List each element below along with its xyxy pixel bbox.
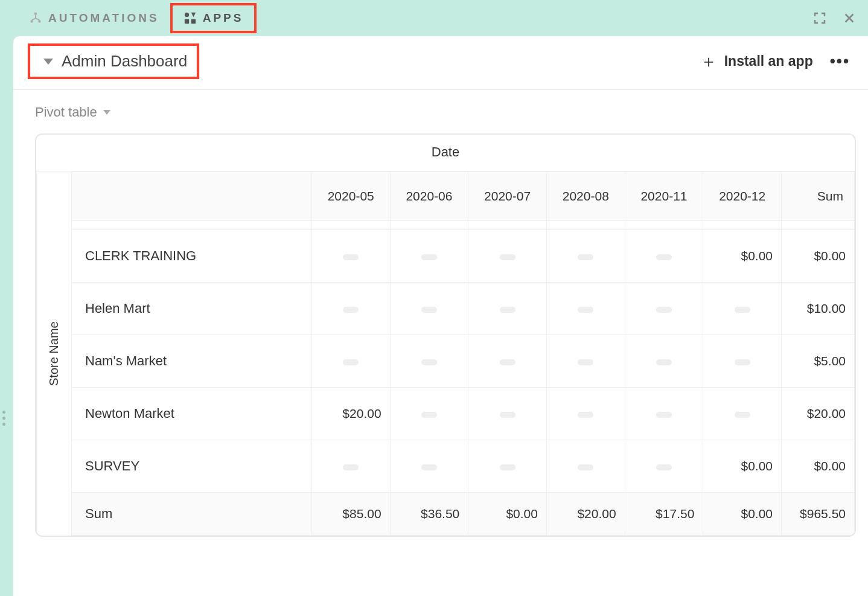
row-label-cell[interactable]: Nam's Market (72, 335, 312, 388)
row-sum-cell[interactable]: $10.00 (782, 283, 855, 335)
row-axis-label: Store Name (36, 171, 71, 536)
row-sum-cell[interactable]: $0.00 (782, 440, 855, 493)
svg-point-3 (185, 13, 189, 17)
row-label-cell[interactable]: Helen Mart (72, 283, 312, 335)
fullscreen-icon[interactable] (812, 11, 827, 25)
tab-automations[interactable]: AUTOMATIONS (18, 5, 170, 31)
table-row: CLERK TRAINING$0.00$0.00 (72, 230, 855, 283)
row-sum-cell[interactable]: $0.00 (782, 230, 855, 283)
totals-cell: $20.00 (546, 493, 625, 536)
value-cell[interactable]: $0.00 (703, 440, 782, 493)
empty-pill (500, 464, 515, 470)
value-cell[interactable] (311, 221, 390, 230)
col-header[interactable]: 2020-07 (468, 172, 547, 221)
close-icon[interactable] (843, 11, 856, 25)
col-header[interactable]: 2020-12 (703, 172, 782, 221)
value-cell[interactable] (546, 221, 625, 230)
row-sum-cell[interactable]: $5.00 (782, 335, 855, 388)
col-header[interactable]: 2020-11 (625, 172, 703, 221)
value-cell[interactable] (390, 283, 468, 335)
table-row: Helen Mart$10.00 (72, 283, 855, 335)
pivot-table-selector[interactable]: Pivot table (35, 104, 856, 120)
table-row (72, 221, 855, 230)
totals-cell: $17.50 (625, 493, 703, 536)
row-label-cell[interactable]: CLERK TRAINING (72, 230, 312, 283)
value-cell[interactable] (625, 230, 703, 283)
totals-cell: $0.00 (703, 493, 782, 536)
value-cell[interactable] (468, 221, 547, 230)
value-cell[interactable] (311, 283, 390, 335)
col-header[interactable]: 2020-05 (311, 172, 390, 221)
col-header[interactable]: 2020-08 (546, 172, 625, 221)
col-header[interactable]: 2020-06 (390, 172, 468, 221)
value-cell[interactable] (468, 230, 547, 283)
value-cell[interactable] (468, 388, 547, 440)
value-cell[interactable] (390, 221, 468, 230)
value-cell[interactable] (311, 440, 390, 493)
empty-pill (735, 359, 750, 365)
totals-row: Sum$85.00$36.50$0.00$20.00$17.50$0.00$96… (72, 493, 855, 536)
value-cell[interactable] (311, 230, 390, 283)
empty-pill (500, 412, 515, 418)
column-header-row: 2020-05 2020-06 2020-07 2020-08 2020-11 … (72, 172, 855, 221)
empty-pill (578, 464, 593, 470)
empty-pill (421, 254, 437, 260)
automations-icon (29, 11, 42, 25)
value-cell[interactable] (625, 283, 703, 335)
value-cell[interactable] (703, 388, 782, 440)
value-cell[interactable] (625, 388, 703, 440)
empty-pill (656, 359, 672, 365)
value-cell[interactable] (468, 335, 547, 388)
sum-header[interactable]: Sum (782, 172, 855, 221)
value-cell[interactable] (311, 335, 390, 388)
caret-down-icon (103, 110, 110, 115)
tab-apps[interactable]: APPS (170, 3, 257, 33)
totals-cell: $0.00 (468, 493, 547, 536)
empty-pill (343, 359, 359, 365)
pivot-table: 2020-05 2020-06 2020-07 2020-08 2020-11 … (71, 171, 855, 536)
row-label-cell[interactable] (72, 221, 312, 230)
value-cell[interactable] (390, 388, 468, 440)
value-cell[interactable] (703, 283, 782, 335)
value-cell[interactable] (468, 283, 547, 335)
value-cell[interactable] (468, 440, 547, 493)
value-cell[interactable]: $0.00 (703, 230, 782, 283)
value-cell[interactable] (625, 440, 703, 493)
value-cell[interactable] (703, 335, 782, 388)
value-cell[interactable] (703, 221, 782, 230)
svg-rect-6 (191, 19, 196, 24)
empty-pill (656, 412, 672, 418)
empty-pill (656, 307, 672, 313)
empty-pill (735, 307, 750, 313)
pivot-table-container: Date Store Name 2020-05 2020-06 (35, 133, 856, 537)
install-app-button[interactable]: ＋ Install an app (700, 53, 813, 70)
panel-drag-handle[interactable] (2, 411, 5, 426)
empty-pill (343, 464, 359, 470)
tab-apps-label: APPS (203, 11, 244, 25)
value-cell[interactable] (390, 440, 468, 493)
row-sum-cell[interactable] (782, 221, 855, 230)
value-cell[interactable] (546, 230, 625, 283)
svg-marker-4 (191, 13, 196, 17)
more-menu-button[interactable]: ••• (830, 52, 850, 71)
corner-cell (72, 172, 312, 221)
row-label-cell[interactable]: Newton Market (72, 388, 312, 440)
row-label-cell[interactable]: SURVEY (72, 440, 312, 493)
empty-pill (578, 359, 593, 365)
value-cell[interactable] (546, 388, 625, 440)
value-cell[interactable] (390, 335, 468, 388)
value-cell[interactable] (625, 335, 703, 388)
dashboard-selector[interactable]: Admin Dashboard (28, 43, 199, 79)
value-cell[interactable]: $20.00 (311, 388, 390, 440)
plus-icon: ＋ (700, 53, 717, 70)
install-app-label: Install an app (724, 53, 813, 69)
value-cell[interactable] (625, 221, 703, 230)
value-cell[interactable] (546, 440, 625, 493)
value-cell[interactable] (390, 230, 468, 283)
table-row: Nam's Market$5.00 (72, 335, 855, 388)
value-cell[interactable] (546, 335, 625, 388)
row-sum-cell[interactable]: $20.00 (782, 388, 855, 440)
value-cell[interactable] (546, 283, 625, 335)
column-axis-label: Date (36, 135, 855, 171)
apps-icon (183, 11, 197, 25)
